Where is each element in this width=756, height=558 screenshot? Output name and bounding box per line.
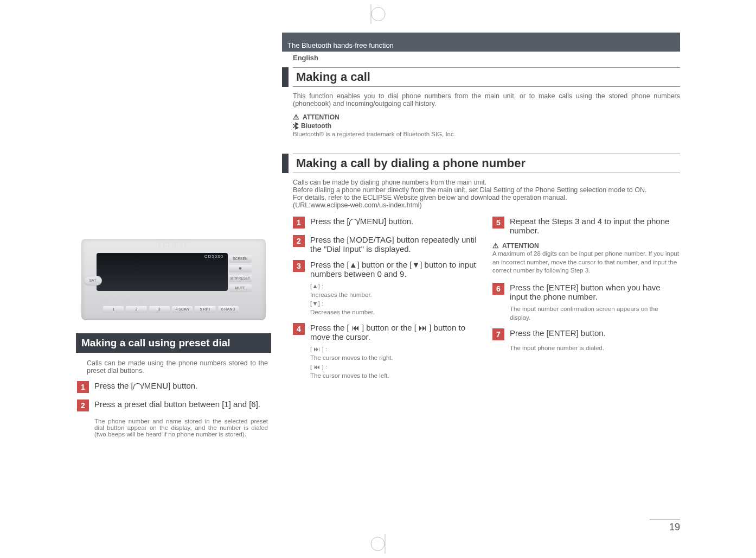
side-btn: ✱ — [229, 265, 252, 272]
step-number: 6 — [492, 283, 504, 295]
preset-dial-body: Calls can be made using the phone number… — [76, 359, 271, 437]
section2-intro: Calls can be made by dialing phone numbe… — [293, 179, 680, 209]
page-content: The Bluetooth hands-free function Englis… — [76, 33, 680, 531]
preset-intro: Calls can be made using the phone number… — [87, 359, 268, 375]
bluetooth-logo: Bluetooth — [293, 122, 680, 130]
sub-label: [ ⏮ ] : — [310, 363, 480, 371]
preset-btn: 5 RPT — [195, 306, 215, 313]
breadcrumb: The Bluetooth hands-free function — [282, 33, 680, 52]
section2-intro2: Before dialing a phone number directly f… — [293, 186, 680, 194]
device-brand: ECLIPSE — [158, 242, 189, 248]
step-text: Repeat the Steps 3 and 4 to input the ph… — [510, 217, 680, 235]
step-text: Press a preset dial button between [1] a… — [94, 400, 268, 411]
sub-label: [▲] : — [310, 282, 480, 290]
section1-body: This function enables you to dial phone … — [293, 92, 680, 137]
step-7-sub: The input phone number is dialed. — [510, 344, 680, 352]
heading-tab — [282, 67, 289, 87]
device-side-buttons: SCREEN TEXT ✱ BT/PRESET MUTE — [229, 255, 252, 292]
step-number: 4 — [293, 323, 305, 335]
step-number: 1 — [293, 217, 305, 229]
page-number: 19 — [650, 519, 680, 533]
preset-btn: 2 — [126, 306, 146, 313]
preset-step-1: 1 Press the [/MENU] button. — [77, 381, 268, 393]
side-btn: SCREEN TEXT — [229, 255, 252, 263]
device-preset-buttons: 1 2 3 4 SCAN 5 RPT 6 RAND — [103, 306, 239, 313]
sub-desc: The cursor moves to the left. — [310, 371, 480, 380]
device-illustration: ECLIPSE CD5030 ESN MP3 WMA ·USB· SAT SCR… — [81, 239, 266, 320]
step-text: Press the [/MENU] button. — [310, 217, 480, 229]
bluetooth-note: Bluetooth® is a registered trademark of … — [293, 131, 680, 137]
sub-desc: The cursor moves to the right. — [310, 353, 480, 362]
warning-icon: ⚠ — [492, 242, 499, 250]
bluetooth-label: Bluetooth — [301, 122, 331, 130]
preset-btn: 4 SCAN — [172, 306, 193, 313]
sub-label: [ ⏭ ] : — [310, 345, 480, 353]
crop-mark-top — [371, 4, 386, 24]
section-making-a-call-heading: Making a call — [282, 67, 680, 87]
step-number: 7 — [492, 328, 504, 340]
section-dialing-heading: Making a call by dialing a phone number — [282, 154, 680, 173]
bluetooth-icon — [293, 122, 299, 130]
section2-intro3: For details, refer to the ECLIPSE Websit… — [293, 194, 680, 201]
left-block: ECLIPSE CD5030 ESN MP3 WMA ·USB· SAT SCR… — [76, 239, 271, 437]
phone-icon — [133, 383, 142, 389]
step-5: 5 Repeat the Steps 3 and 4 to input the … — [492, 217, 680, 235]
phone-icon — [349, 219, 358, 225]
section2-intro4: (URL:www.eclipse-web.com/us-index.html) — [293, 201, 680, 209]
section2-intro1: Calls can be made by dialing phone numbe… — [293, 179, 680, 186]
step-6: 6 Press the [ENTER] button when you have… — [492, 283, 680, 301]
section1-intro: This function enables you to dial phone … — [293, 92, 680, 107]
step-text: Press the [/MENU] button. — [94, 381, 268, 393]
steps-columns: 1 Press the [/MENU] button. 2 Press the … — [293, 217, 680, 386]
step-3-sub: [▲] : Increases the number. [▼] : Decrea… — [310, 282, 480, 316]
side-btn: BT/PRESET — [229, 275, 252, 282]
step-number: 5 — [492, 217, 504, 229]
attention-label: ATTENTION — [303, 113, 339, 121]
language-label: English — [293, 54, 680, 62]
step-6-sub: The input number confirmation screen app… — [510, 305, 680, 322]
header-wrap: The Bluetooth hands-free function — [282, 33, 680, 52]
sat-badge: SAT — [84, 276, 102, 286]
preset-step-2-sub: The phone number and name stored in the … — [94, 418, 268, 437]
preset-step-2: 2 Press a preset dial button between [1]… — [77, 400, 268, 411]
device-strip: ESN MP3 WMA ·USB· — [100, 298, 147, 302]
step-text: Press the [ ⏮ ] button or the [ ⏭ ] butt… — [310, 323, 480, 341]
preset-btn: 3 — [149, 306, 170, 313]
sub-desc: Increases the number. — [310, 290, 480, 299]
steps-left-col: 1 Press the [/MENU] button. 2 Press the … — [293, 217, 480, 386]
step-text: Press the [▲] button or the [▼] button t… — [310, 260, 480, 278]
step-number: 1 — [77, 381, 89, 393]
steps-right-col: 5 Repeat the Steps 3 and 4 to input the … — [492, 217, 680, 386]
step-number: 2 — [293, 235, 305, 247]
device-model: CD5030 — [204, 254, 223, 259]
attention-row: ⚠ ATTENTION — [293, 113, 680, 121]
step-4-sub: [ ⏭ ] : The cursor moves to the right. [… — [310, 345, 480, 379]
step-text: Press the [ENTER] button when you have i… — [510, 283, 680, 301]
preset-btn: 6 RAND — [218, 306, 239, 313]
attention-body: A maximum of 28 digits can be input per … — [492, 250, 680, 275]
step-text: Press the [MODE/TAG] button repeatedly u… — [310, 235, 480, 253]
step-3: 3 Press the [▲] button or the [▼] button… — [293, 260, 480, 278]
step-number: 3 — [293, 260, 305, 272]
heading-title: Making a call by dialing a phone number — [293, 154, 680, 173]
step-number: 2 — [77, 400, 89, 411]
warning-icon: ⚠ — [293, 113, 299, 121]
preset-dial-heading: Making a call using preset dial — [76, 333, 271, 353]
crop-mark-bottom — [371, 534, 386, 554]
heading-tab — [282, 154, 289, 173]
heading-title: Making a call — [293, 67, 680, 87]
sub-label: [▼] : — [310, 299, 480, 308]
attention-label: ATTENTION — [502, 242, 539, 250]
step-7: 7 Press the [ENTER] button. — [492, 328, 680, 340]
step-1: 1 Press the [/MENU] button. — [293, 217, 480, 229]
step-text: Press the [ENTER] button. — [510, 328, 680, 340]
side-btn: MUTE — [229, 284, 252, 292]
step-4: 4 Press the [ ⏮ ] button or the [ ⏭ ] bu… — [293, 323, 480, 341]
preset-btn: 1 — [103, 306, 124, 313]
attention-row: ⚠ ATTENTION — [492, 242, 680, 250]
sub-desc: Decreases the number. — [310, 308, 480, 316]
step-2: 2 Press the [MODE/TAG] button repeatedly… — [293, 235, 480, 253]
